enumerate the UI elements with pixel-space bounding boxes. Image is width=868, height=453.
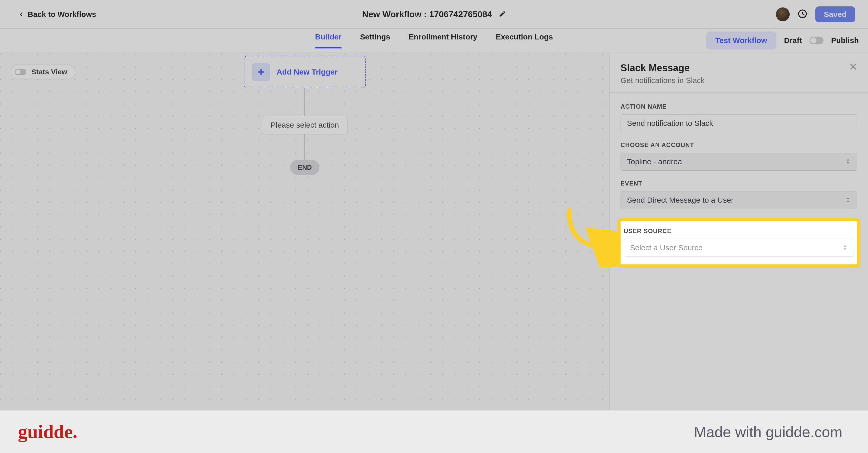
- body: Stats View Add New Trigger Please select…: [0, 52, 868, 453]
- avatar[interactable]: [776, 7, 790, 21]
- panel-subtitle: Get notifications in Slack: [621, 76, 705, 85]
- add-trigger-plus[interactable]: [252, 63, 270, 81]
- edit-title-button[interactable]: [499, 10, 506, 19]
- user-source-label: USER SOURCE: [624, 228, 854, 235]
- top-header: Back to Workflows New Workflow : 1706742…: [0, 0, 868, 29]
- test-workflow-button[interactable]: Test Workflow: [706, 31, 776, 50]
- brand-logo: guidde.: [18, 421, 77, 443]
- account-select[interactable]: Topline - andrea: [621, 153, 857, 171]
- workflow-title: New Workflow : 1706742765084: [362, 9, 492, 19]
- panel-head: Slack Message Get notifications in Slack: [610, 52, 868, 93]
- history-button[interactable]: [797, 9, 808, 20]
- end-node: END: [290, 160, 320, 175]
- chevron-updown-icon: [845, 196, 851, 204]
- flow: Add New Trigger Please select action END: [244, 56, 366, 175]
- event-label: EVENT: [621, 180, 857, 187]
- clock-icon: [797, 9, 808, 19]
- tab-builder[interactable]: Builder: [315, 32, 341, 49]
- user-source-highlight-anchor: USER SOURCE Select a User Source: [621, 218, 857, 267]
- event-value: Send Direct Message to a User: [627, 196, 734, 204]
- panel-body: ACTION NAME Send notification to Slack C…: [610, 93, 868, 267]
- action-name-value: Send notification to Slack: [627, 119, 713, 128]
- close-icon: [849, 62, 857, 71]
- user-source-highlight: USER SOURCE Select a User Source: [618, 218, 860, 267]
- add-trigger-box[interactable]: Add New Trigger: [244, 56, 366, 88]
- back-button[interactable]: Back to Workflows: [18, 10, 96, 19]
- tab-enrollment-history[interactable]: Enrollment History: [409, 32, 477, 49]
- title-wrap: New Workflow : 1706742765084: [362, 9, 506, 19]
- back-label: Back to Workflows: [28, 10, 96, 19]
- side-panel: Slack Message Get notifications in Slack…: [610, 52, 868, 453]
- user-source-placeholder: Select a User Source: [630, 244, 703, 252]
- account-label: CHOOSE AN ACCOUNT: [621, 141, 857, 149]
- stats-view-toggle[interactable]: [14, 69, 26, 75]
- close-panel-button[interactable]: [849, 62, 857, 72]
- footer: guidde. Made with guidde.com: [0, 410, 868, 453]
- tabs: Builder Settings Enrollment History Exec…: [315, 32, 553, 49]
- action-name-input[interactable]: Send notification to Slack: [621, 114, 857, 132]
- publish-toggle[interactable]: [810, 37, 824, 44]
- stats-view-label: Stats View: [31, 68, 67, 76]
- chevron-left-icon: [18, 11, 25, 18]
- select-action-node[interactable]: Please select action: [262, 116, 348, 134]
- account-value: Topline - andrea: [627, 157, 682, 166]
- stats-view-chip[interactable]: Stats View: [11, 64, 75, 79]
- pencil-icon: [499, 10, 506, 18]
- chevron-updown-icon: [845, 157, 851, 166]
- subheader: Builder Settings Enrollment History Exec…: [0, 29, 868, 52]
- canvas[interactable]: Stats View Add New Trigger Please select…: [0, 52, 610, 453]
- field-event: EVENT Send Direct Message to a User: [621, 180, 857, 209]
- subheader-right: Test Workflow Draft Publish: [706, 31, 859, 50]
- saved-button[interactable]: Saved: [815, 6, 855, 22]
- made-with-label: Made with guidde.com: [694, 423, 842, 441]
- action-name-label: ACTION NAME: [621, 103, 857, 110]
- header-right: Saved: [776, 6, 855, 22]
- plus-icon: [257, 68, 266, 76]
- chevron-updown-icon: [842, 244, 848, 252]
- tab-settings[interactable]: Settings: [360, 32, 390, 49]
- event-select[interactable]: Send Direct Message to a User: [621, 191, 857, 209]
- connector-line: [305, 88, 305, 116]
- tab-execution-logs[interactable]: Execution Logs: [496, 32, 553, 49]
- draft-label: Draft: [784, 36, 802, 45]
- field-account: CHOOSE AN ACCOUNT Topline - andrea: [621, 141, 857, 171]
- field-action-name: ACTION NAME Send notification to Slack: [621, 103, 857, 132]
- publish-label: Publish: [831, 36, 859, 45]
- user-source-select[interactable]: Select a User Source: [624, 239, 854, 257]
- panel-title: Slack Message: [621, 62, 705, 74]
- connector-line: [305, 134, 305, 160]
- add-trigger-label: Add New Trigger: [277, 68, 338, 76]
